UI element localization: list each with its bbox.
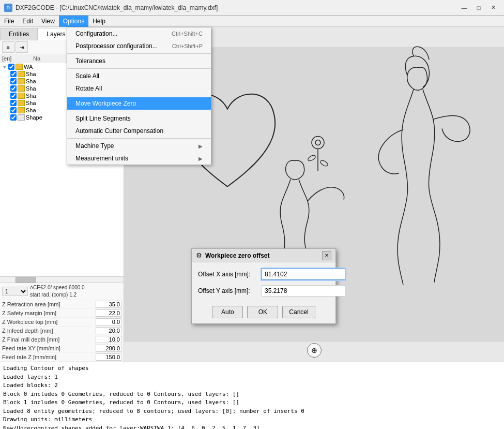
menu-divider: [67, 68, 211, 69]
menu-postprocessor[interactable]: Postprocessor configuration... Ctrl+Shif…: [67, 40, 211, 52]
offset-y-row: Offset Y axis [mm]:: [198, 285, 329, 297]
log-line: New/Unrecognized shapes added for layer:…: [3, 424, 501, 430]
dialog-ok-button[interactable]: OK: [247, 306, 278, 318]
log-line: Loaded layers: 1: [3, 373, 501, 382]
menu-machine-type[interactable]: Machine Type ▶: [67, 140, 211, 152]
title-bar-left: D DXF2GCODE - [C:/LinuxCNC/kwiatek_dla_m…: [4, 4, 218, 12]
toolbar-list-btn[interactable]: ≡: [2, 41, 14, 53]
z-param-safety: Z Safety margin [mm]: [0, 309, 124, 318]
title-bar: D DXF2GCODE - [C:/LinuxCNC/kwiatek_dla_m…: [0, 0, 504, 16]
menu-help[interactable]: Help: [88, 16, 110, 27]
offset-x-label: Offset X axis [mm]:: [198, 271, 257, 278]
dialog-icon: ⚙: [196, 252, 202, 259]
z-param-feedz: Feed rate Z [mm/min]: [0, 353, 124, 362]
menu-view[interactable]: View: [37, 16, 59, 27]
layer-checkbox[interactable]: [8, 64, 14, 70]
z-selector[interactable]: 1: [2, 287, 28, 296]
menu-split-line[interactable]: Split Line Segments: [67, 112, 211, 125]
dialog-auto-button[interactable]: Auto: [212, 306, 243, 318]
z-feedz-input[interactable]: [96, 353, 121, 361]
log-area: Loading Contour of shapes Loaded layers:…: [0, 362, 504, 429]
z-param-infeed: Z Infeed depth [mm]: [0, 327, 124, 335]
menu-divider: [67, 138, 211, 139]
dialog-buttons: Auto OK Cancel: [192, 306, 335, 323]
workpiece-zero-dialog[interactable]: ⚙ Workpiece zero offset ✕ Offset X axis …: [191, 248, 336, 324]
z-retraction-input[interactable]: [96, 301, 121, 308]
menu-edit[interactable]: Edit: [18, 16, 37, 27]
layer-checkbox[interactable]: [10, 114, 17, 121]
z-infeed-input[interactable]: [96, 327, 121, 334]
h-scrollbar[interactable]: [0, 276, 124, 283]
log-line: Loading Contour of shapes: [3, 364, 501, 373]
window-title: DXF2GCODE - [C:/LinuxCNC/kwiatek_dla_mam…: [16, 4, 218, 11]
log-line: Block 0 includes 0 Geometries, reduced t…: [3, 390, 501, 399]
dialog-close-button[interactable]: ✕: [322, 251, 331, 260]
menu-auto-cutter[interactable]: Automatic Cutter Compensation: [67, 125, 211, 137]
menu-tolerances[interactable]: Tolerances: [67, 55, 211, 67]
dialog-cancel-button[interactable]: Cancel: [282, 306, 315, 318]
canvas-nav[interactable]: ⊕: [307, 343, 322, 358]
layer-col-id: [en]: [2, 55, 33, 62]
offset-y-input[interactable]: [262, 285, 345, 297]
folder-icon: [18, 93, 25, 99]
window-controls: — □ ✕: [457, 3, 500, 13]
z-param-feedxy: Feed rate XY [mm/min]: [0, 344, 124, 353]
z-safety-input[interactable]: [96, 309, 121, 317]
menu-scale-all[interactable]: Scale All: [67, 70, 211, 82]
menu-move-workpiece-zero[interactable]: Move Workpiece Zero: [67, 97, 211, 110]
z-workpiece-input[interactable]: [96, 318, 121, 326]
log-line: Drawing units: millimeters: [3, 416, 501, 424]
offset-x-input[interactable]: [262, 269, 345, 280]
z-status: ∆CE€2.0/ speed 6000.0 start rad. (comp) …: [30, 284, 85, 299]
z-selector-row: 1 ∆CE€2.0/ speed 6000.0 start rad. (comp…: [0, 283, 124, 300]
layer-checkbox[interactable]: [10, 93, 17, 99]
close-button[interactable]: ✕: [486, 3, 500, 13]
layer-checkbox[interactable]: [10, 71, 17, 77]
dialog-title: Workpiece zero offset: [205, 252, 269, 259]
z-params-panel: 1 ∆CE€2.0/ speed 6000.0 start rad. (comp…: [0, 283, 124, 362]
menu-bar: File Edit View Options Help: [0, 16, 504, 27]
layer-checkbox[interactable]: [10, 78, 17, 84]
offset-y-label: Offset Y axis [mm]:: [198, 287, 257, 294]
app-icon: D: [4, 4, 12, 12]
menu-configuration[interactable]: Configuration... Ctrl+Shift+C: [67, 27, 211, 40]
menu-divider: [67, 53, 211, 54]
log-line: Loaded blocks: 2: [3, 381, 501, 390]
dialog-title-bar: ⚙ Workpiece zero offset ✕: [192, 249, 335, 262]
folder-icon: [18, 78, 25, 84]
menu-file[interactable]: File: [0, 16, 18, 27]
toolbar-expand-btn[interactable]: ⇥: [16, 41, 28, 53]
folder-icon: [18, 71, 25, 77]
z-param-workpiece: Z Workpiece top [mm]: [0, 318, 124, 327]
log-line: Loaded 8 entity geometries; reduced to 8…: [3, 407, 501, 416]
layer-checkbox[interactable]: [10, 107, 17, 113]
menu-measurement-units[interactable]: Measurement units ▶: [67, 152, 211, 165]
layer-checkbox[interactable]: [10, 85, 17, 92]
z-param-retraction: Z Retraction area [mm]: [0, 300, 124, 309]
offset-x-row: Offset X axis [mm]:: [198, 269, 329, 280]
shape-icon: [18, 114, 25, 121]
log-line: Block 1 includes 0 Geometries, reduced t…: [3, 398, 501, 407]
folder-icon: [18, 107, 25, 113]
options-dropdown: Configuration... Ctrl+Shift+C Postproces…: [67, 27, 211, 165]
folder-icon: [18, 100, 25, 106]
nav-crosshair[interactable]: ⊕: [307, 343, 322, 358]
minimize-button[interactable]: —: [457, 3, 471, 13]
layer-checkbox[interactable]: [10, 100, 17, 106]
z-param-final: Z Final mill depth [mm]: [0, 335, 124, 344]
folder-icon: [18, 85, 25, 92]
folder-icon: [16, 64, 23, 70]
menu-rotate-all[interactable]: Rotate All: [67, 82, 211, 95]
z-final-input[interactable]: [96, 336, 121, 343]
menu-divider: [67, 111, 211, 111]
dialog-body: Offset X axis [mm]: Offset Y axis [mm]:: [192, 262, 335, 306]
z-feedxy-input[interactable]: [96, 345, 121, 352]
menu-divider: [67, 96, 211, 96]
menu-options[interactable]: Options: [59, 16, 88, 27]
tab-entities[interactable]: Entities: [0, 28, 38, 40]
restore-button[interactable]: □: [472, 3, 485, 13]
